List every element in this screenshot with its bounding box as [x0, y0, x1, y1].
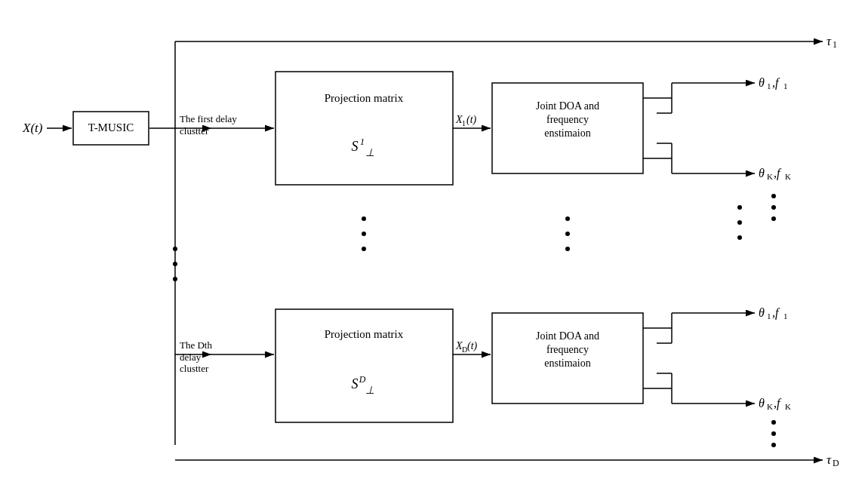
tauD-sub: D — [833, 458, 839, 468]
joint-doa-d-line2: frequency — [546, 344, 589, 355]
theta1f1-top-sub: 1 — [767, 81, 771, 91]
x-input-label: X(t) — [22, 121, 43, 135]
dot18 — [771, 216, 776, 221]
theta1f1-top: θ — [759, 76, 765, 89]
dth-delay-label2: delay — [180, 351, 202, 363]
thetaKfK-top: θ — [759, 167, 765, 179]
x1t-sub: 1 — [462, 119, 466, 127]
theta1f1-bot: θ — [759, 306, 765, 319]
dot3 — [173, 277, 177, 281]
t-music-label: T-MUSIC — [88, 121, 134, 133]
theta1f1-top-comma: ,f — [772, 76, 780, 90]
dot5 — [362, 232, 366, 236]
dot1 — [173, 247, 177, 251]
diagram-container: X(t) T-MUSIC The first delay clustter Pr… — [0, 0, 868, 494]
proj-matrix-1-super: 1 — [360, 137, 365, 147]
proj-matrix-d-box — [275, 309, 453, 422]
proj-matrix-1-label1: Projection matrix — [325, 92, 404, 104]
joint-doa-1-line1: Joint DOA and — [536, 100, 599, 112]
theta1f1-bot-sub: 1 — [767, 311, 771, 321]
dot4 — [362, 216, 366, 221]
dot14 — [771, 431, 776, 436]
proj-matrix-d-subscript: S — [352, 376, 359, 391]
xdt-paren: (t) — [467, 340, 478, 352]
dot2 — [173, 262, 177, 266]
dot6 — [362, 247, 366, 251]
dot7 — [565, 216, 570, 221]
dot13 — [771, 420, 776, 425]
proj-matrix-1-subscript: S — [352, 139, 359, 154]
first-delay-label: The first delay — [180, 113, 237, 124]
thetaKfK-bot: θ — [759, 397, 765, 410]
dth-delay-label3: clustter — [180, 363, 209, 374]
joint-doa-d-line1: Joint DOA and — [536, 330, 599, 342]
dot10 — [737, 205, 742, 210]
tauD-label: τ — [826, 453, 832, 467]
theta1f1-bot-fsub: 1 — [783, 311, 788, 321]
joint-doa-1-line3: enstimaion — [544, 127, 590, 139]
thetaKfK-bot-sub: K — [767, 402, 773, 411]
dth-delay-label1: The Dth — [180, 339, 212, 351]
dot8 — [565, 232, 570, 236]
proj-matrix-1-box — [275, 72, 453, 185]
dot16 — [771, 194, 776, 198]
thetaKfK-bot-comma: ,f — [774, 397, 782, 410]
tau1-label: τ — [826, 34, 832, 48]
first-delay-label2: clustter — [180, 125, 209, 137]
dot12 — [737, 235, 742, 240]
dot11 — [737, 220, 742, 225]
joint-doa-d-line3: enstimaion — [544, 357, 590, 369]
thetaKfK-bot-fsub: K — [785, 402, 791, 411]
thetaKfK-top-comma: ,f — [774, 167, 782, 180]
proj-matrix-d-label1: Projection matrix — [325, 328, 404, 340]
proj-matrix-d-super: D — [359, 374, 366, 385]
tau1-sub: 1 — [833, 39, 837, 50]
theta1f1-bot-comma: ,f — [772, 306, 780, 320]
theta1f1-top-fsub: 1 — [783, 81, 788, 91]
thetaKfK-top-fsub: K — [785, 172, 791, 181]
thetaKfK-top-sub: K — [767, 172, 773, 181]
x1t-paren: (t) — [466, 114, 477, 126]
dot9 — [565, 247, 570, 251]
proj-matrix-d-sub: ⊥ — [365, 385, 374, 396]
proj-matrix-1-sub: ⊥ — [365, 147, 374, 158]
joint-doa-1-line2: frequency — [546, 114, 589, 125]
dot15 — [771, 443, 776, 447]
dot17 — [771, 205, 776, 210]
